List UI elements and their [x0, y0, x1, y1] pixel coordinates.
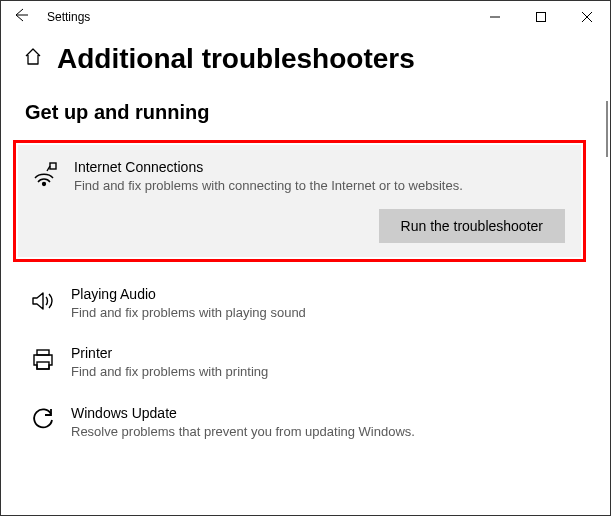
highlight-annotation: Internet Connections Find and fix proble… — [13, 140, 586, 262]
page-title: Additional troubleshooters — [57, 43, 415, 75]
windows-update-item[interactable]: Windows Update Resolve problems that pre… — [25, 397, 586, 449]
minimize-button[interactable] — [472, 1, 518, 33]
svg-point-6 — [43, 183, 46, 186]
internet-desc: Find and fix problems with connecting to… — [74, 177, 565, 195]
scrollbar[interactable] — [606, 101, 608, 157]
internet-title: Internet Connections — [74, 159, 565, 175]
maximize-button[interactable] — [518, 1, 564, 33]
section-heading: Get up and running — [25, 101, 586, 124]
printer-item[interactable]: Printer Find and fix problems with print… — [25, 337, 586, 389]
printer-title: Printer — [71, 345, 582, 361]
audio-title: Playing Audio — [71, 286, 582, 302]
printer-desc: Find and fix problems with printing — [71, 363, 582, 381]
svg-rect-7 — [37, 350, 49, 355]
audio-icon — [29, 286, 57, 322]
back-button[interactable] — [9, 5, 33, 29]
home-icon[interactable] — [23, 47, 43, 71]
window-controls — [472, 1, 610, 33]
window-title: Settings — [47, 10, 90, 24]
titlebar-left: Settings — [9, 5, 472, 29]
page-header: Additional troubleshooters — [1, 33, 610, 83]
svg-rect-4 — [50, 163, 56, 169]
update-desc: Resolve problems that prevent you from u… — [71, 423, 582, 441]
update-title: Windows Update — [71, 405, 582, 421]
printer-icon — [29, 345, 57, 381]
internet-connections-card[interactable]: Internet Connections Find and fix proble… — [18, 145, 581, 257]
audio-desc: Find and fix problems with playing sound — [71, 304, 582, 322]
titlebar: Settings — [1, 1, 610, 33]
internet-icon — [32, 159, 60, 195]
update-icon — [29, 405, 57, 441]
close-button[interactable] — [564, 1, 610, 33]
run-troubleshooter-button[interactable]: Run the troubleshooter — [379, 209, 565, 243]
svg-rect-8 — [37, 362, 49, 369]
playing-audio-item[interactable]: Playing Audio Find and fix problems with… — [25, 278, 586, 330]
content-area: Get up and running Internet Connections … — [1, 83, 610, 503]
svg-rect-1 — [537, 13, 546, 22]
